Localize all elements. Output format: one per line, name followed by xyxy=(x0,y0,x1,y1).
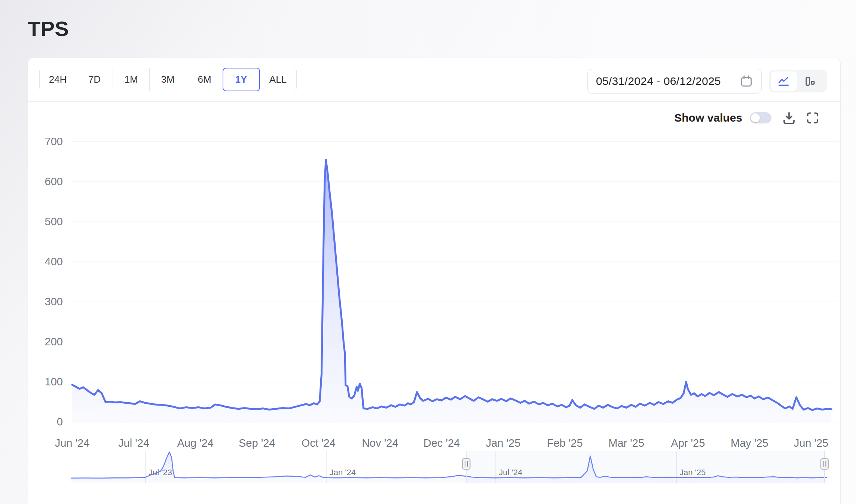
range-button-1m[interactable]: 1M xyxy=(113,68,150,91)
y-tick-label: 500 xyxy=(13,216,63,228)
y-tick-label: 600 xyxy=(13,175,63,188)
range-button-24h[interactable]: 24H xyxy=(40,68,76,91)
line-chart-type-button[interactable] xyxy=(771,71,797,91)
x-tick-label: Feb '25 xyxy=(531,437,599,449)
x-tick-label: Mar '25 xyxy=(592,437,661,449)
navigator-tick-label: Jul '24 xyxy=(499,468,522,477)
show-values-toggle[interactable] xyxy=(750,112,771,123)
x-tick-label: Oct '24 xyxy=(284,437,353,449)
date-range-picker[interactable]: 05/31/2024 - 06/12/2025 xyxy=(587,69,762,94)
x-tick-label: Jan '25 xyxy=(469,437,538,449)
line-chart-icon xyxy=(777,75,790,88)
download-button[interactable] xyxy=(782,111,796,125)
y-tick-label: 400 xyxy=(13,256,63,268)
main-chart[interactable] xyxy=(71,138,839,422)
bar-chart-type-button[interactable] xyxy=(797,71,823,91)
x-tick-label: Jun '24 xyxy=(38,437,107,449)
x-tick-label: Jun '25 xyxy=(777,437,846,449)
chart-header-controls: Show values xyxy=(674,110,819,126)
main-chart-plot-area[interactable] xyxy=(71,138,839,422)
time-range-group: 24H7D1M3M6M1YALL xyxy=(39,68,297,91)
chart-type-toggle xyxy=(769,70,827,92)
y-tick-label: 0 xyxy=(13,416,63,428)
navigator-tick-label: Jan '24 xyxy=(330,468,356,477)
show-values-label: Show values xyxy=(674,112,742,124)
toggle-knob xyxy=(751,113,760,122)
x-tick-label: May '25 xyxy=(715,437,784,449)
range-button-6m[interactable]: 6M xyxy=(186,68,223,91)
range-button-7d[interactable]: 7D xyxy=(76,68,113,91)
fullscreen-icon xyxy=(806,111,819,125)
page: TPS 24H7D1M3M6M1YALL 05/31/2024 - 06/12/… xyxy=(0,0,856,504)
navigator-tick-label: Jan '25 xyxy=(679,468,706,477)
brush-handle-right[interactable] xyxy=(821,459,828,469)
y-tick-label: 300 xyxy=(13,296,63,308)
brush-selected-range[interactable] xyxy=(466,451,824,483)
brush-handle-left[interactable] xyxy=(462,459,470,469)
x-tick-label: Nov '24 xyxy=(346,437,415,449)
x-tick-label: Aug '24 xyxy=(161,437,230,449)
y-tick-label: 200 xyxy=(13,336,63,348)
x-tick-label: Dec '24 xyxy=(407,437,476,449)
navigator-tick-label: Jul '23 xyxy=(149,468,172,477)
y-tick-label: 700 xyxy=(13,135,63,148)
x-tick-label: Jul '24 xyxy=(100,437,168,449)
page-title: TPS xyxy=(28,16,69,41)
range-button-3m[interactable]: 3M xyxy=(150,68,186,91)
navigator-brush[interactable] xyxy=(462,451,828,483)
y-tick-label: 100 xyxy=(13,376,63,388)
fullscreen-button[interactable] xyxy=(806,111,819,125)
x-tick-label: Apr '25 xyxy=(654,437,722,449)
date-range-value: 05/31/2024 - 06/12/2025 xyxy=(596,75,721,88)
x-tick-label: Sep '24 xyxy=(223,437,291,449)
range-button-all[interactable]: ALL xyxy=(260,68,296,91)
calendar-icon xyxy=(740,74,753,88)
range-button-1y[interactable]: 1Y xyxy=(223,68,260,91)
toolbar-divider xyxy=(28,101,840,102)
bar-chart-icon xyxy=(804,75,816,88)
download-icon xyxy=(782,111,796,125)
